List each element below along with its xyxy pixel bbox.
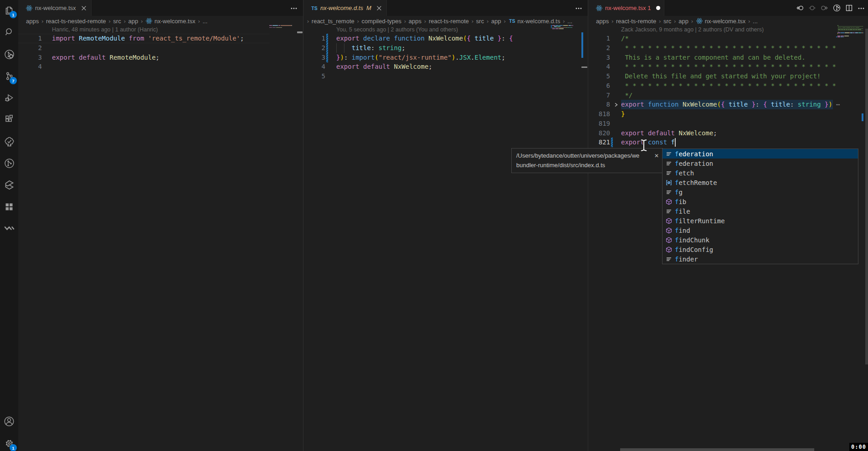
close-icon[interactable]: ✕ (654, 151, 659, 161)
suggestion-filterRuntime[interactable]: filterRuntime (663, 216, 858, 226)
suggestion-fib[interactable]: fib (663, 197, 858, 206)
more-actions-icon[interactable] (575, 5, 582, 12)
breadcrumb-item[interactable]: ... (567, 18, 572, 25)
close-icon[interactable] (375, 5, 383, 12)
fold-chevron-icon[interactable] (613, 100, 619, 109)
suggestion-fetch[interactable]: fetch (663, 168, 858, 178)
source-control-icon[interactable]: 7 (0, 67, 18, 85)
more-actions-icon[interactable] (858, 5, 865, 12)
code-text: }): import("react/jsx-runtime").JSX.Elem… (336, 53, 505, 62)
breadcrumb-item[interactable]: app (491, 18, 501, 25)
code-line: 1export declare function NxWelcome({ tit… (303, 34, 588, 43)
vertical-scrollbar-thumb[interactable] (865, 29, 868, 364)
breadcrumb-item[interactable]: nx-welcome.d.ts (518, 18, 560, 25)
close-icon[interactable] (80, 5, 87, 12)
extensions-icon[interactable] (0, 110, 18, 128)
code-editor[interactable]: You, 5 seconds ago | 2 authors (You and … (303, 26, 588, 451)
breadcrumb-item[interactable]: compiled-types (362, 18, 401, 25)
todo-tree-icon[interactable] (0, 132, 18, 150)
suggestion-findConfig[interactable]: findConfig (663, 245, 858, 254)
code-line: 3}): import("react/jsx-runtime").JSX.Ele… (303, 53, 588, 62)
breadcrumb-item[interactable]: ... (753, 18, 758, 25)
suggestion-file[interactable]: file (663, 206, 858, 216)
suggestion-label: fetchRemote (675, 179, 717, 186)
breadcrumb-item[interactable]: react-ts-remote (429, 18, 469, 25)
suggestion-finder[interactable]: finder (663, 254, 858, 264)
line-number: 820 (588, 128, 610, 138)
editor-group-sash-1[interactable] (303, 0, 303, 451)
tab-nx-welcome.tsx[interactable]: nx-welcome.tsx 1 (588, 0, 664, 16)
breadcrumb-item[interactable]: src (476, 18, 484, 25)
suggest-kind-text-icon (665, 169, 673, 177)
code-text: Delete this file and get started with yo… (621, 72, 821, 81)
breadcrumb-item[interactable]: app (128, 18, 139, 25)
overview-ruler[interactable] (297, 26, 303, 451)
horizontal-scrollbar-thumb[interactable] (620, 448, 814, 451)
heatmap-toggle-icon[interactable] (808, 4, 816, 12)
breadcrumb-item[interactable]: apps (596, 18, 609, 25)
tab-bar: nx-welcome.tsx (18, 0, 303, 16)
continue-icon[interactable] (0, 176, 18, 194)
code-editor[interactable]: Hanric, 48 minutes ago | 1 author (Hanri… (18, 26, 303, 451)
breadcrumb-item[interactable]: src (663, 18, 671, 25)
suggestion-federation[interactable]: federation (663, 159, 858, 168)
breadcrumb-item[interactable]: react-ts-remote (616, 18, 656, 25)
editor-group-sash-2[interactable] (588, 0, 588, 451)
suggest-kind-method-icon (665, 236, 673, 244)
suggestion-label: findChunk (675, 236, 709, 244)
code-text: /* (621, 34, 629, 43)
code-line: 820export default NxWelcome; (588, 128, 868, 138)
ts-file-icon: TS (508, 17, 516, 25)
split-editor-icon[interactable] (845, 4, 853, 12)
suggestion-fg[interactable]: fg (663, 187, 858, 197)
breadcrumb-item[interactable]: src (113, 18, 121, 25)
breadcrumb-item[interactable]: nx-welcome.tsx (705, 18, 746, 25)
tab-nx-welcome.d.ts[interactable]: TSnx-welcome.d.tsM (303, 0, 387, 16)
dirty-indicator[interactable] (656, 6, 660, 10)
breadcrumb-item[interactable]: react_ts_remote (312, 18, 354, 25)
chevron-right-icon: › (356, 18, 360, 25)
chevron-right-icon: › (673, 18, 677, 25)
suggestion-label: filterRuntime (675, 217, 725, 225)
breadcrumb-item[interactable]: ... (202, 18, 207, 25)
suggestion-findChunk[interactable]: findChunk (663, 235, 858, 245)
settings-gear-icon[interactable]: 1 (0, 434, 18, 451)
explorer-badge: 1 (10, 11, 17, 18)
suggest-kind-method-icon (665, 227, 673, 234)
account-icon[interactable] (0, 412, 18, 430)
suggestion-fetchRemote[interactable]: fetchRemote (663, 178, 858, 187)
svg-text:TS: TS (311, 5, 317, 11)
suggestion-find[interactable]: find (663, 226, 858, 235)
code-text: export default NxWelcome; (621, 128, 717, 138)
history-search-icon[interactable] (0, 45, 18, 63)
explorer-icon[interactable]: 1 (0, 1, 18, 19)
suggestion-label: fg (675, 189, 683, 196)
suggestion-federation[interactable]: federation (663, 149, 858, 159)
tab-nx-welcome.tsx[interactable]: nx-welcome.tsx (18, 0, 92, 16)
wave-icon[interactable] (0, 220, 18, 238)
run-debug-icon[interactable] (0, 89, 18, 107)
breadcrumb-item[interactable]: app (678, 18, 688, 25)
suggestion-label: file (675, 208, 690, 215)
gitlens-blame-icon[interactable] (833, 4, 841, 12)
chevron-right-icon: › (423, 18, 427, 25)
breadcrumb-item[interactable]: apps (26, 18, 39, 25)
grid-icon[interactable] (0, 198, 18, 216)
breadcrumb-item[interactable]: apps (409, 18, 421, 25)
chevron-right-icon: › (503, 18, 507, 25)
line-number: 818 (588, 109, 610, 119)
code-line: 3 This is a starter component and can be… (588, 53, 868, 62)
overview-ruler[interactable] (862, 26, 868, 451)
gitlens-icon[interactable] (0, 154, 18, 172)
breadcrumb-item[interactable]: react-ts-nested-remote (46, 18, 106, 25)
search-icon[interactable] (0, 23, 18, 41)
code-line: 2 * * * * * * * * * * * * * * * * * * * … (588, 43, 868, 53)
overview-ruler[interactable] (581, 26, 588, 451)
more-actions-icon[interactable] (290, 5, 298, 12)
code-line: 5 (303, 72, 588, 81)
suggest-kind-method-icon (665, 246, 673, 253)
code-line: 1import RemoteModule from 'react_ts_remo… (18, 34, 303, 43)
previous-change-icon[interactable] (796, 4, 804, 12)
breadcrumb-item[interactable]: nx-welcome.tsx (154, 18, 195, 25)
next-change-icon[interactable] (821, 4, 828, 12)
